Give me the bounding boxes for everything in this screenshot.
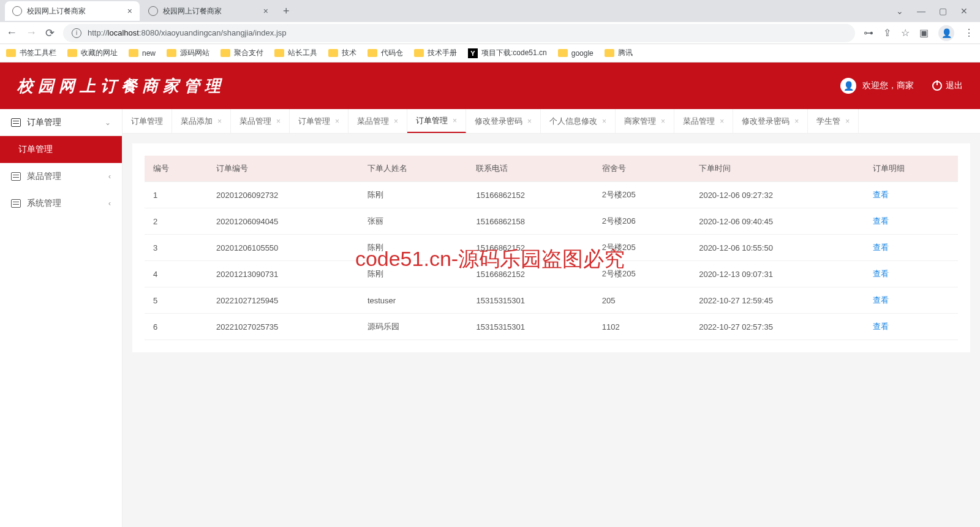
- sidebar-label: 订单管理: [27, 117, 61, 128]
- view-link[interactable]: 查看: [873, 295, 889, 305]
- bookmark-label: new: [142, 49, 156, 58]
- content-tab[interactable]: 个人信息修改×: [541, 109, 616, 133]
- minimize-button[interactable]: —: [917, 6, 925, 16]
- close-icon[interactable]: ×: [845, 117, 850, 126]
- table-cell: testuser: [359, 287, 468, 314]
- view-link[interactable]: 查看: [873, 269, 889, 278]
- view-link[interactable]: 查看: [873, 322, 889, 331]
- share-icon[interactable]: ⇪: [883, 27, 891, 39]
- extension-icon[interactable]: ▣: [919, 27, 929, 39]
- content-tab[interactable]: 修改登录密码×: [466, 109, 541, 133]
- table-cell: 20201206092732: [208, 182, 359, 208]
- bookmark-item[interactable]: google: [558, 49, 594, 58]
- back-button[interactable]: ←: [6, 26, 17, 39]
- view-link[interactable]: 查看: [873, 190, 889, 199]
- table-cell: 15315315301: [467, 314, 593, 340]
- table-cell: 张丽: [359, 208, 468, 235]
- table-header: 订单编号: [208, 156, 359, 182]
- content-tab[interactable]: 菜品管理×: [231, 109, 290, 133]
- close-icon[interactable]: ×: [527, 117, 532, 126]
- content-tab[interactable]: 修改登录密码×: [733, 109, 808, 133]
- sidebar-item-orders-top[interactable]: 订单管理 ⌄: [0, 109, 122, 136]
- content-tab[interactable]: 商家管理×: [616, 109, 674, 133]
- bookmark-item[interactable]: 聚合支付: [221, 48, 263, 58]
- table-cell-action: 查看: [864, 287, 958, 314]
- sidebar-label: 订单管理: [18, 144, 53, 155]
- close-icon[interactable]: ×: [263, 6, 268, 16]
- close-icon[interactable]: ×: [335, 117, 339, 126]
- window-controls: ⌄ — ▢ ✕: [896, 6, 975, 16]
- sidebar-item-dishes[interactable]: 菜品管理 ‹: [0, 163, 122, 190]
- profile-icon[interactable]: 👤: [938, 25, 954, 41]
- tab-title: 校园网上订餐商家: [163, 6, 258, 17]
- close-icon[interactable]: ×: [276, 117, 281, 126]
- table-header: 宿舍号: [594, 156, 690, 182]
- key-icon[interactable]: ⊶: [864, 27, 873, 39]
- table-cell: 陈刚: [359, 235, 468, 261]
- close-icon[interactable]: ×: [661, 117, 665, 126]
- ctab-label: 菜品管理: [357, 116, 389, 127]
- content-tab[interactable]: 菜品管理×: [349, 109, 407, 133]
- chevron-left-icon: ‹: [108, 172, 111, 181]
- content-tab[interactable]: 学生管×: [808, 109, 859, 133]
- bookmark-item[interactable]: 书签工具栏: [6, 48, 56, 58]
- menu-icon[interactable]: ⋮: [964, 27, 974, 39]
- close-window-button[interactable]: ✕: [960, 6, 968, 16]
- url-input[interactable]: i http://localhost:8080/xiaoyuandingcan/…: [63, 24, 855, 42]
- close-icon[interactable]: ×: [217, 117, 222, 126]
- table-row: 620221027025735源码乐园1531531530111022022-1…: [145, 314, 958, 340]
- new-tab-button[interactable]: +: [283, 5, 290, 18]
- tab-title: 校园网上订餐商家: [27, 6, 123, 17]
- bookmark-item[interactable]: new: [129, 49, 156, 58]
- browser-tab-active[interactable]: 校园网上订餐商家 ×: [5, 1, 140, 21]
- table-cell: 20221027025735: [208, 314, 359, 340]
- bookmark-item[interactable]: Y项目下载:code51.cn: [468, 48, 547, 58]
- browser-tab[interactable]: 校园网上订餐商家 ×: [141, 1, 276, 21]
- content-tab[interactable]: 菜品管理×: [674, 109, 733, 133]
- bookmark-item[interactable]: 代码仓: [368, 48, 403, 58]
- chevron-down-icon[interactable]: ⌄: [896, 6, 903, 16]
- ctab-label: 商家管理: [624, 116, 656, 127]
- close-icon[interactable]: ×: [127, 6, 132, 16]
- table-row: 120201206092732陈刚151668621522号楼2052020-1…: [145, 182, 958, 208]
- reload-button[interactable]: ⟳: [45, 26, 55, 40]
- close-icon[interactable]: ×: [602, 117, 606, 126]
- star-icon[interactable]: ☆: [901, 27, 910, 39]
- content-tab[interactable]: 订单管理×: [290, 109, 349, 133]
- content-tab[interactable]: 订单管理: [123, 109, 172, 133]
- ctab-label: 订单管理: [416, 115, 448, 126]
- view-link[interactable]: 查看: [873, 216, 889, 226]
- app-header: 校园网上订餐商家管理 👤 欢迎您，商家 退出: [0, 63, 980, 109]
- table-cell: 陈刚: [359, 261, 468, 287]
- bookmark-item[interactable]: 站长工具: [274, 48, 317, 58]
- close-icon[interactable]: ×: [453, 116, 457, 125]
- logout-button[interactable]: 退出: [932, 80, 963, 91]
- view-link[interactable]: 查看: [873, 243, 889, 252]
- table-row: 320201206105550陈刚151668621522号楼2052020-1…: [145, 235, 958, 261]
- table-cell: 2号楼206: [594, 208, 690, 235]
- bookmark-item[interactable]: 收藏的网址: [67, 48, 118, 58]
- close-icon[interactable]: ×: [794, 117, 799, 126]
- table-cell: 2: [145, 208, 208, 235]
- bookmark-label: 代码仓: [381, 48, 403, 58]
- ctab-label: 订单管理: [131, 116, 163, 127]
- info-icon[interactable]: i: [72, 28, 81, 38]
- bookmark-item[interactable]: 腾讯: [605, 48, 633, 58]
- content-tab[interactable]: 订单管理×: [407, 109, 466, 133]
- bookmark-item[interactable]: 源码网站: [167, 48, 209, 58]
- maximize-button[interactable]: ▢: [939, 6, 947, 16]
- bookmarks-bar: 书签工具栏收藏的网址new源码网站聚合支付站长工具技术代码仓技术手册Y项目下载:…: [0, 44, 980, 63]
- browser-chrome: 校园网上订餐商家 × 校园网上订餐商家 × + ⌄ — ▢ ✕ ← → ⟳ i …: [0, 0, 980, 63]
- sidebar-item-orders-active[interactable]: 订单管理: [0, 136, 122, 163]
- content-tab[interactable]: 菜品添加×: [172, 109, 231, 133]
- sidebar-item-system[interactable]: 系统管理 ‹: [0, 190, 122, 217]
- close-icon[interactable]: ×: [720, 117, 724, 126]
- folder-icon: [167, 49, 176, 57]
- table-cell: 15166862152: [467, 261, 593, 287]
- bookmark-item[interactable]: 技术: [328, 48, 356, 58]
- table-cell: 5: [145, 287, 208, 314]
- bookmark-item[interactable]: 技术手册: [414, 48, 457, 58]
- forward-button[interactable]: →: [26, 26, 37, 39]
- close-icon[interactable]: ×: [394, 117, 398, 126]
- ctab-label: 订单管理: [298, 116, 330, 127]
